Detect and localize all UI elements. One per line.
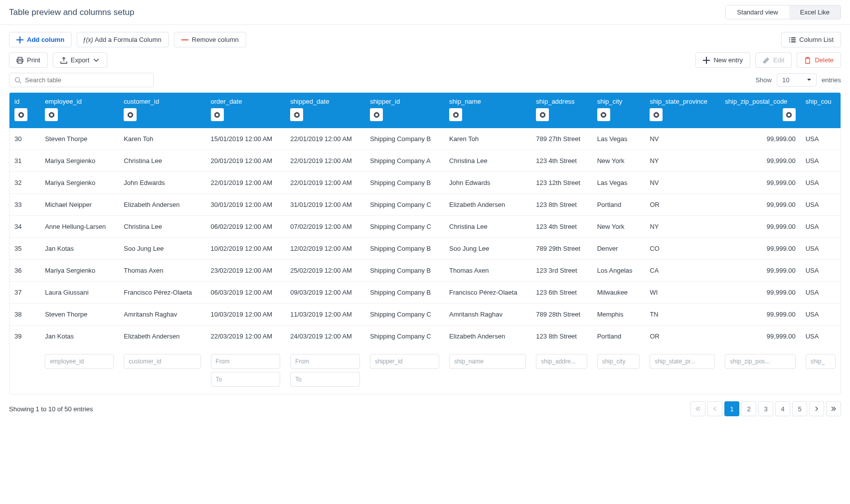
col-header-ship-city[interactable]: ship_city <box>592 93 645 128</box>
cell-ship-address: 123 4th Street <box>531 216 592 238</box>
cell-country: USA <box>801 216 841 238</box>
cell-ship-state: WI <box>645 282 720 304</box>
table-row[interactable]: 38Steven ThorpeAmritansh Raghav10/03/201… <box>9 304 841 326</box>
filter-shipped-to[interactable] <box>290 372 360 387</box>
page-2[interactable]: 2 <box>741 401 756 416</box>
new-entry-button[interactable]: New entry <box>695 52 750 68</box>
gear-icon[interactable] <box>211 108 224 121</box>
page-4[interactable]: 4 <box>775 401 790 416</box>
table-row[interactable]: 39Jan KotasElizabeth Andersen22/03/2019 … <box>9 326 841 347</box>
cell-ship-address: 123 4th Street <box>531 150 592 172</box>
table-row[interactable]: 32Mariya SergienkoJohn Edwards22/01/2019… <box>9 172 841 194</box>
gear-icon[interactable] <box>14 108 27 121</box>
page-last[interactable] <box>826 401 841 416</box>
filter-shipped-from[interactable] <box>290 354 360 369</box>
print-button[interactable]: Print <box>9 52 48 68</box>
search-box[interactable] <box>9 73 154 87</box>
print-icon <box>16 57 23 64</box>
page-3[interactable]: 3 <box>758 401 773 416</box>
col-header-country[interactable]: ship_cou <box>801 93 841 128</box>
chevron-down-icon <box>93 57 100 64</box>
cell-shipped-date: 09/03/2019 12:00 AM <box>285 282 365 304</box>
caret-down-icon <box>807 79 811 81</box>
col-header-shipper[interactable]: shipper_id <box>365 93 444 128</box>
print-label: Print <box>27 56 40 64</box>
col-header-shipped-date[interactable]: shipped_date <box>285 93 365 128</box>
cell-customer: Francisco Pérez-Olaeta <box>119 282 205 304</box>
cell-customer: John Edwards <box>119 172 205 194</box>
filter-country[interactable] <box>806 354 836 369</box>
svg-rect-0 <box>181 39 188 40</box>
filter-customer[interactable] <box>124 354 200 369</box>
remove-column-button[interactable]: Remove column <box>174 32 246 47</box>
filter-order-from[interactable] <box>211 354 281 369</box>
col-header-ship-name[interactable]: ship_name <box>444 93 531 128</box>
col-header-order-date[interactable]: order_date <box>206 93 286 128</box>
gear-icon[interactable] <box>597 108 610 121</box>
filter-employee[interactable] <box>45 354 114 369</box>
cell-zip: 99,999.00 <box>720 304 800 326</box>
filter-ship-city[interactable] <box>597 354 640 369</box>
cell-id: 38 <box>9 304 40 326</box>
edit-button[interactable]: Edit <box>755 52 792 68</box>
gear-icon[interactable] <box>124 108 137 121</box>
cell-ship-address: 123 8th Street <box>531 194 592 216</box>
table-row[interactable]: 30Steven ThorpeKaren Toh15/01/2019 12:00… <box>9 128 841 150</box>
search-input[interactable] <box>25 76 148 84</box>
add-column-button[interactable]: Add column <box>9 32 72 47</box>
cell-ship-state: OR <box>645 326 720 347</box>
col-header-ship-address[interactable]: ship_address <box>531 93 592 128</box>
filter-ship-name[interactable] <box>449 354 526 369</box>
page-prev[interactable] <box>707 401 722 416</box>
cell-ship-name: Christina Lee <box>444 216 531 238</box>
filter-shipper[interactable] <box>370 354 439 369</box>
add-formula-button[interactable]: ƒ(x) Add a Formula Column <box>77 32 169 47</box>
table-row[interactable]: 34Anne Hellung-LarsenChristina Lee06/02/… <box>9 216 841 238</box>
entries-select[interactable]: 10 <box>777 73 817 87</box>
column-list-button[interactable]: Column List <box>781 32 841 47</box>
col-header-customer[interactable]: customer_id <box>119 93 205 128</box>
delete-button[interactable]: Delete <box>797 52 841 68</box>
filter-ship-state[interactable] <box>650 354 715 369</box>
table-row[interactable]: 31Mariya SergienkoChristina Lee20/01/201… <box>9 150 841 172</box>
export-button[interactable]: Export <box>53 52 108 68</box>
col-header-zip[interactable]: ship_zip_postal_code <box>720 93 800 128</box>
cell-ship-address: 123 12th Street <box>531 172 592 194</box>
col-header-employee[interactable]: employee_id <box>40 93 119 128</box>
view-standard-button[interactable]: Standard view <box>726 5 789 19</box>
filter-zip[interactable] <box>725 354 795 369</box>
page-first[interactable] <box>690 401 705 416</box>
gear-icon[interactable] <box>650 108 663 121</box>
col-header-ship-state[interactable]: ship_state_province <box>645 93 720 128</box>
page-5[interactable]: 5 <box>792 401 807 416</box>
cell-ship-state: NY <box>645 216 720 238</box>
show-entries: Show 10 entries <box>755 73 841 87</box>
table-row[interactable]: 33Michael NeipperElizabeth Andersen30/01… <box>9 194 841 216</box>
cell-shipped-date: 24/03/2019 12:00 AM <box>285 326 365 347</box>
cell-ship-name: Thomas Axen <box>444 260 531 282</box>
remove-column-label: Remove column <box>192 36 239 43</box>
cell-shipper: Shipping Company B <box>365 260 444 282</box>
gear-icon[interactable] <box>290 108 303 121</box>
filter-order-to[interactable] <box>211 372 281 387</box>
cell-order-date: 10/03/2019 12:00 AM <box>206 304 286 326</box>
cell-id: 35 <box>9 238 40 260</box>
gear-icon[interactable] <box>449 108 462 121</box>
cell-shipper: Shipping Company B <box>365 238 444 260</box>
table-row[interactable]: 36Mariya SergienkoThomas Axen23/02/2019 … <box>9 260 841 282</box>
filter-ship-address[interactable] <box>536 354 587 369</box>
cell-ship-state: CA <box>645 260 720 282</box>
table-row[interactable]: 35Jan KotasSoo Jung Lee10/02/2019 12:00 … <box>9 238 841 260</box>
svg-point-1 <box>789 37 790 38</box>
gear-icon[interactable] <box>783 108 796 121</box>
view-excel-button[interactable]: Excel Like <box>789 5 841 19</box>
col-header-id[interactable]: id <box>9 93 40 128</box>
cell-order-date: 06/03/2019 12:00 AM <box>206 282 286 304</box>
gear-icon[interactable] <box>370 108 383 121</box>
page-1[interactable]: 1 <box>724 401 739 416</box>
page-next[interactable] <box>809 401 824 416</box>
gear-icon[interactable] <box>536 108 549 121</box>
table-row[interactable]: 37Laura GiussaniFrancisco Pérez-Olaeta06… <box>9 282 841 304</box>
gear-icon[interactable] <box>45 108 58 121</box>
cell-country: USA <box>801 326 841 347</box>
